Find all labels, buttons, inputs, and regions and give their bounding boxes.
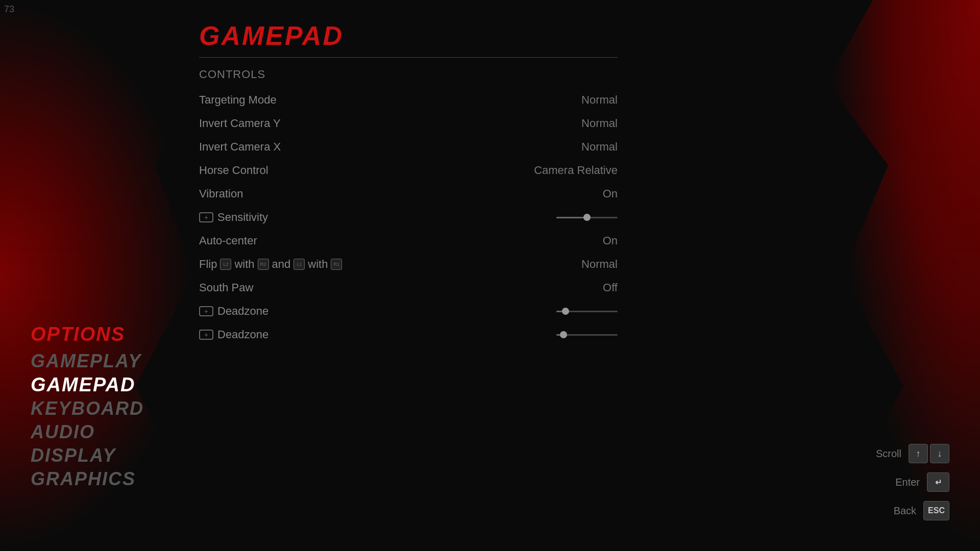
- enter-key-box[interactable]: ↵: [927, 472, 949, 492]
- deadzone-1-track: [556, 311, 618, 312]
- back-hint-row: Back ESC: [894, 501, 949, 520]
- invert-camera-x-label: Invert Camera X: [199, 140, 281, 154]
- horse-control-value: Camera Relative: [534, 164, 618, 177]
- flip-prefix: Flip: [199, 258, 217, 271]
- sidebar: OPTIONS GAMEPLAY GAMEPAD KEYBOARD AUDIO …: [31, 323, 144, 490]
- deadzone-1-icon: [199, 306, 213, 316]
- deadzone-1-slider[interactable]: [556, 311, 618, 312]
- invert-camera-x-row[interactable]: Invert Camera X Normal: [199, 135, 618, 159]
- sidebar-item-audio[interactable]: AUDIO: [31, 421, 144, 443]
- sensitivity-label: Sensitivity: [199, 211, 268, 224]
- invert-camera-y-label: Invert Camera Y: [199, 117, 281, 130]
- horse-control-row[interactable]: Horse Control Camera Relative: [199, 159, 618, 182]
- scroll-label: Scroll: [876, 448, 901, 460]
- deadzone-2-thumb: [560, 331, 567, 338]
- title-divider: [199, 57, 618, 58]
- flip-btn-icon-4: R1: [331, 259, 342, 270]
- sensitivity-thumb: [583, 214, 591, 221]
- deadzone-1-row[interactable]: Deadzone: [199, 299, 618, 323]
- sensitivity-track: [556, 217, 618, 218]
- auto-center-value: On: [603, 234, 618, 247]
- auto-center-row[interactable]: Auto-center On: [199, 229, 618, 253]
- flip-btn-icon-3: L1: [293, 259, 305, 270]
- sensitivity-icon: [199, 212, 213, 222]
- enter-hint-row: Enter ↵: [895, 472, 949, 492]
- fps-counter: 73: [4, 4, 14, 15]
- flip-row[interactable]: Flip L2 with R2 and L1 with R1 Normal: [199, 253, 618, 276]
- south-paw-row[interactable]: South Paw Off: [199, 276, 618, 299]
- enter-key: ↵: [927, 472, 949, 492]
- scroll-keys: ↑ ↓: [909, 444, 949, 463]
- settings-list: Targeting Mode Normal Invert Camera Y No…: [199, 88, 618, 346]
- sensitivity-row[interactable]: Sensitivity: [199, 206, 618, 229]
- vibration-row[interactable]: Vibration On: [199, 182, 618, 206]
- sidebar-item-display[interactable]: DISPLAY: [31, 445, 144, 466]
- targeting-mode-label: Targeting Mode: [199, 93, 277, 107]
- back-key: ESC: [923, 501, 949, 520]
- flip-with-1: with: [234, 258, 254, 271]
- auto-center-label: Auto-center: [199, 234, 257, 247]
- esc-key-box[interactable]: ESC: [923, 501, 949, 520]
- flip-btn-icon-1: L2: [220, 259, 231, 270]
- deadzone-2-track: [556, 334, 618, 336]
- horse-control-label: Horse Control: [199, 164, 268, 177]
- back-label: Back: [894, 505, 916, 517]
- sidebar-item-keyboard[interactable]: KEYBOARD: [31, 398, 144, 419]
- sidebar-item-graphics[interactable]: GRAPHICS: [31, 468, 144, 490]
- targeting-mode-value: Normal: [581, 93, 618, 107]
- down-arrow-key[interactable]: ↓: [930, 444, 949, 463]
- flip-value: Normal: [581, 258, 618, 271]
- deadzone-2-row[interactable]: Deadzone: [199, 323, 618, 346]
- vibration-label: Vibration: [199, 187, 243, 201]
- deadzone-2-label: Deadzone: [199, 328, 268, 341]
- south-paw-label: South Paw: [199, 281, 253, 294]
- sidebar-item-gameplay[interactable]: GAMEPLAY: [31, 350, 144, 372]
- deadzone-2-slider[interactable]: [556, 334, 618, 336]
- flip-and: and: [272, 258, 291, 271]
- flip-label: Flip L2 with R2 and L1 with R1: [199, 258, 342, 271]
- page-title: GAMEPAD: [199, 20, 618, 51]
- up-arrow-key[interactable]: ↑: [909, 444, 928, 463]
- deadzone-2-icon: [199, 330, 213, 340]
- targeting-mode-row[interactable]: Targeting Mode Normal: [199, 88, 618, 112]
- invert-camera-y-row[interactable]: Invert Camera Y Normal: [199, 112, 618, 135]
- sensitivity-slider[interactable]: [556, 217, 618, 218]
- deadzone-1-label: Deadzone: [199, 305, 268, 318]
- south-paw-value: Off: [603, 281, 618, 294]
- sensitivity-fill: [556, 217, 587, 218]
- controls-hint: Scroll ↑ ↓ Enter ↵ Back ESC: [876, 444, 949, 520]
- vibration-value: On: [603, 187, 618, 201]
- section-label: Controls: [199, 68, 618, 81]
- flip-btn-icon-2: R2: [258, 259, 269, 270]
- sidebar-item-gamepad[interactable]: GAMEPAD: [31, 374, 144, 396]
- scroll-hint-row: Scroll ↑ ↓: [876, 444, 949, 463]
- enter-label: Enter: [895, 477, 920, 488]
- invert-camera-y-value: Normal: [581, 117, 618, 130]
- sidebar-item-options[interactable]: OPTIONS: [31, 323, 144, 345]
- invert-camera-x-value: Normal: [581, 140, 618, 154]
- flip-with-2: with: [308, 258, 328, 271]
- deadzone-1-thumb: [562, 308, 569, 315]
- main-content: GAMEPAD Controls Targeting Mode Normal I…: [199, 20, 618, 346]
